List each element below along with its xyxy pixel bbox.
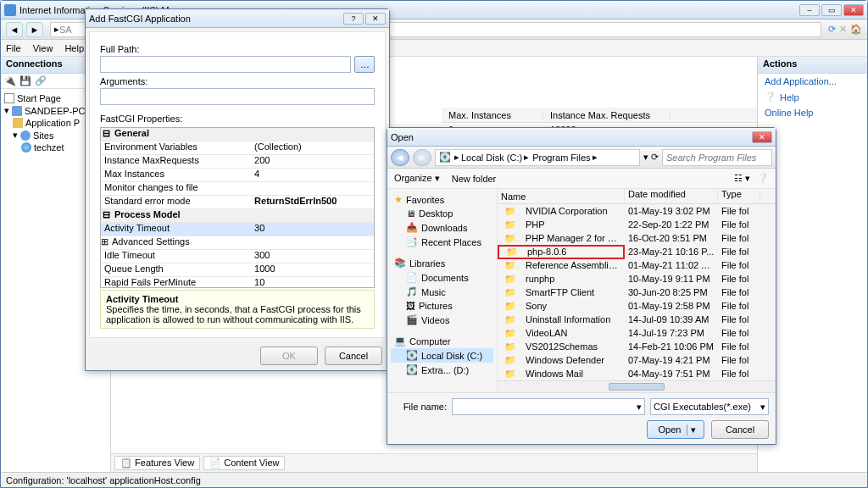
nav-fwd-icon[interactable]: ►	[26, 22, 43, 37]
folder-icon: 📁	[501, 260, 520, 271]
nav-back-icon[interactable]: ◄	[6, 22, 23, 37]
tab-features[interactable]: 📋 Features View	[114, 456, 200, 470]
folder-icon: 📁	[501, 219, 520, 230]
open-title: Open	[391, 132, 414, 142]
file-list-header: Name Date modified Type	[498, 189, 776, 204]
refresh-icon[interactable]: ⟳	[828, 24, 836, 35]
file-row[interactable]: 📁Uninstall Information14-Jul-09 10:39 AM…	[498, 313, 776, 326]
library-icon: 📚	[394, 258, 406, 269]
nav-libraries[interactable]: 📚Libraries	[391, 256, 493, 270]
nav-documents[interactable]: 📄 Documents	[391, 270, 493, 285]
nav-desktop[interactable]: 🖥 Desktop	[391, 207, 493, 220]
file-row[interactable]: 📁PHP22-Sep-20 1:22 PMFile fol	[498, 218, 776, 231]
filter-combo[interactable]: CGI Executables(*.exe)▾	[650, 398, 769, 415]
maximize-button[interactable]: ▭	[821, 4, 842, 16]
file-row[interactable]: 📁php-8.0.623-May-21 10:16 P...File fol	[498, 245, 776, 258]
col-date[interactable]: Date modified	[625, 189, 718, 203]
nav-fwd-button[interactable]: ►	[413, 149, 431, 166]
search-input[interactable]	[662, 149, 772, 166]
folder-icon: 📁	[501, 301, 520, 312]
open-toolbar: Organize ▾ New folder ☷ ▾ ❔	[387, 169, 776, 189]
link-icon[interactable]: 🔗	[35, 75, 47, 86]
nav-tree: ★Favorites 🖥 Desktop 📥 Downloads 📑 Recen…	[387, 189, 498, 392]
col-inst-max-req[interactable]: Instance Max. Requests	[543, 110, 670, 120]
open-button[interactable]: Open▾	[647, 420, 704, 439]
nav-music[interactable]: 🎵 Music	[391, 285, 493, 299]
file-row[interactable]: 📁Sony01-May-19 2:58 PMFile fol	[498, 299, 776, 313]
computer-icon: 💻	[394, 336, 406, 347]
nav-local-c[interactable]: 💽 Local Disk (C:)	[391, 348, 493, 363]
menu-view[interactable]: View	[33, 43, 53, 53]
stop-icon[interactable]: ✕	[839, 24, 847, 35]
nav-recent[interactable]: 📑 Recent Places	[391, 235, 493, 249]
save-icon[interactable]: 💾	[19, 75, 31, 86]
refresh-icon[interactable]: ▾ ⟳	[643, 152, 659, 163]
file-list: Name Date modified Type 📁NVIDIA Corporat…	[498, 189, 776, 392]
arguments-input[interactable]	[100, 88, 375, 105]
view-tabs: 📋 Features View 📄 Content View	[111, 453, 757, 472]
menu-file[interactable]: File	[6, 43, 21, 53]
nav-favorites[interactable]: ★Favorites	[391, 192, 493, 207]
filename-input[interactable]: ▾	[452, 398, 645, 415]
file-row[interactable]: 📁SmartFTP Client30-Jun-20 8:25 PMFile fo…	[498, 286, 776, 299]
open-titlebar: Open ✕	[387, 128, 776, 147]
file-row[interactable]: 📁PHP Manager 2 for IIS16-Oct-20 9:51 PMF…	[498, 231, 776, 245]
cancel-button[interactable]: Cancel	[711, 420, 769, 439]
cancel-button[interactable]: Cancel	[325, 347, 382, 365]
fastcgi-dialog: Add FastCGI Application ? ✕ Full Path: ……	[85, 8, 390, 371]
nav-computer[interactable]: 💻Computer	[391, 334, 493, 348]
file-row[interactable]: 📁runphp10-May-19 9:11 PMFile fol	[498, 272, 776, 286]
home-icon[interactable]: 🏠	[850, 24, 862, 35]
actions-header: Actions	[758, 57, 867, 74]
action-add-application[interactable]: Add Application...	[758, 74, 867, 89]
file-row[interactable]: 📁VideoLAN14-Jul-19 7:23 PMFile fol	[498, 326, 776, 340]
address-bar[interactable]: 💽 ▸ Local Disk (C:) ▸ Program Files ▸	[435, 149, 640, 166]
new-folder-button[interactable]: New folder	[452, 174, 497, 184]
nav-back-button[interactable]: ◄	[391, 149, 409, 166]
ok-button[interactable]: OK	[260, 347, 318, 365]
folder-icon: 📁	[501, 369, 520, 380]
nav-videos[interactable]: 🎬 Videos	[391, 313, 493, 327]
folder-icon: 📁	[501, 355, 520, 366]
nav-extra-d[interactable]: 💽 Extra... (D:)	[391, 363, 493, 377]
action-help[interactable]: ❔Help	[758, 89, 867, 105]
view-menu-icon[interactable]: ☷ ▾	[734, 173, 750, 184]
file-row[interactable]: 📁Windows Defender07-May-19 4:21 PMFile f…	[498, 353, 776, 367]
help-icon[interactable]: ❔	[757, 173, 769, 184]
close-button[interactable]: ✕	[752, 131, 772, 143]
full-path-input[interactable]	[100, 56, 351, 73]
menu-help[interactable]: Help	[64, 43, 84, 53]
props-label: FastCGI Properties:	[100, 114, 375, 124]
col-name[interactable]: Name	[498, 189, 625, 203]
minimize-button[interactable]: –	[799, 4, 820, 16]
file-row[interactable]: 📁VS2012Schemas14-Feb-21 10:06 PMFile fol	[498, 340, 776, 353]
folder-icon: 📁	[501, 206, 520, 217]
folder-icon: 📁	[501, 341, 520, 352]
nav-downloads[interactable]: 📥 Downloads	[391, 220, 493, 235]
folder-icon: 📁	[501, 233, 520, 244]
nav-pictures[interactable]: 🖼 Pictures	[391, 299, 493, 313]
fastcgi-titlebar: Add FastCGI Application ? ✕	[86, 9, 389, 28]
browse-button[interactable]: …	[354, 56, 375, 73]
file-row[interactable]: 📁NVIDIA Corporation01-May-19 3:02 PMFile…	[498, 204, 776, 218]
file-row[interactable]: 📁Windows Mail04-May-19 7:51 PMFile fol	[498, 367, 776, 380]
help-button[interactable]: ?	[343, 13, 364, 25]
file-row[interactable]: 📁Reference Assemblies01-May-21 11:02 AMF…	[498, 258, 776, 272]
open-navbar: ◄ ► 💽 ▸ Local Disk (C:) ▸ Program Files …	[387, 147, 776, 169]
connect-icon[interactable]: 🔌	[4, 75, 16, 86]
property-grid[interactable]: ⊟General Environment Variables(Collectio…	[100, 127, 375, 288]
action-online-help[interactable]: Online Help	[758, 105, 867, 120]
organize-menu[interactable]: Organize ▾	[394, 173, 440, 184]
close-button[interactable]: ✕	[365, 13, 386, 25]
folder-icon: 📁	[501, 274, 520, 285]
fastcgi-title: Add FastCGI Application	[89, 14, 191, 24]
tab-content[interactable]: 📄 Content View	[203, 456, 285, 470]
close-button[interactable]: ✕	[843, 4, 864, 16]
folder-icon: 📁	[503, 247, 521, 258]
property-description: Activity Timeout Specifies the time, in …	[100, 290, 375, 329]
col-max-instances[interactable]: Max. Instances	[442, 110, 543, 120]
horizontal-scrollbar[interactable]	[498, 380, 776, 392]
open-dialog: Open ✕ ◄ ► 💽 ▸ Local Disk (C:) ▸ Program…	[387, 127, 776, 445]
arguments-label: Arguments:	[100, 76, 375, 86]
col-type[interactable]: Type	[718, 189, 760, 203]
